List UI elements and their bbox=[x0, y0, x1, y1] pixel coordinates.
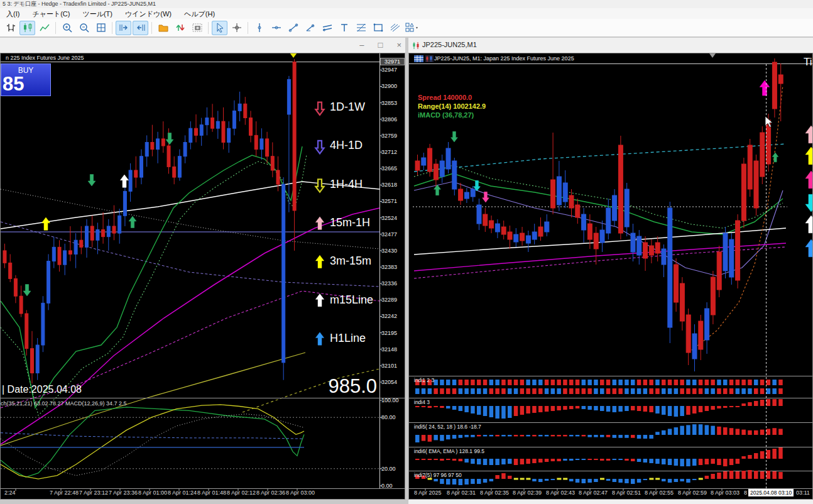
stoch-indicator-label: ch(35,21,21) 63.02 78.27 MACD(12,26,9) 3… bbox=[1, 400, 127, 407]
signal-arrow bbox=[315, 141, 324, 153]
menu-item[interactable]: ヘルプ(H) bbox=[178, 8, 221, 19]
menu-item[interactable]: 入(I) bbox=[0, 8, 26, 19]
legend-label-H1Line: H1Line bbox=[330, 332, 366, 345]
cursor-button[interactable] bbox=[212, 21, 227, 35]
channel-button[interactable] bbox=[319, 21, 335, 35]
fibonacci-button[interactable] bbox=[353, 21, 369, 35]
right-window-titlebar[interactable]: JP225-JUN25,M1 bbox=[408, 38, 813, 53]
signal-arrow bbox=[129, 216, 136, 228]
price-tick: 32618 bbox=[381, 182, 397, 188]
left-chart-title: n 225 Index Futures June 2025 bbox=[6, 55, 84, 61]
shift-end-button[interactable] bbox=[116, 21, 131, 35]
menu-item[interactable]: チャート(C) bbox=[26, 8, 76, 19]
right-chart-area[interactable]: JP225-JUN25, M1: Japan 225 Index Futures… bbox=[408, 53, 813, 500]
stoch-scale-tick: 100.00 bbox=[381, 397, 399, 403]
time-label: 8 Apr 03:03 bbox=[711, 490, 739, 496]
panel-label: indi6( EMA, EMA ) 128.1 99.5 bbox=[414, 448, 484, 454]
signal-arrow bbox=[166, 133, 173, 145]
pitchfork-button[interactable] bbox=[387, 21, 403, 35]
candlestick-button[interactable] bbox=[19, 21, 35, 35]
menu-item[interactable]: ツール(T) bbox=[76, 8, 119, 19]
left-chart-canvas bbox=[1, 53, 405, 499]
time-label: 8 Apr 02:39 bbox=[513, 490, 542, 496]
shapes-dropdown-button[interactable] bbox=[404, 21, 420, 35]
range-label: Range(14) 1002142.9 bbox=[418, 102, 486, 110]
time-label: 7 Apr 23:12 bbox=[79, 490, 108, 496]
camera-button[interactable] bbox=[189, 21, 205, 35]
signal-arrow bbox=[315, 332, 324, 345]
price-tick: 32383 bbox=[381, 264, 397, 270]
chart-window-icon bbox=[412, 41, 421, 52]
toolbar-separator bbox=[208, 22, 209, 34]
toolbar-separator bbox=[248, 22, 248, 34]
panel-label: indi5( 24, 52, 18 ) 18.6 -18.7 bbox=[414, 424, 481, 430]
price-tick: 32806 bbox=[381, 116, 397, 123]
price-tick: 32054 bbox=[381, 379, 397, 385]
price-tick: 32289 bbox=[381, 297, 397, 303]
rectangle-button[interactable] bbox=[370, 21, 386, 35]
minimize-button[interactable]: – bbox=[359, 39, 364, 52]
signal-arrow bbox=[805, 126, 812, 143]
toolbar-separator bbox=[55, 22, 56, 34]
buy-button[interactable]: BUY 85 bbox=[1, 63, 51, 96]
indicators-button[interactable] bbox=[172, 21, 188, 35]
shift-marker-icon bbox=[709, 53, 716, 58]
zoom-in-button[interactable] bbox=[59, 21, 75, 35]
legend-label-1H-4H: 1H-4H bbox=[330, 178, 363, 191]
price-tick: 32947 bbox=[381, 67, 397, 73]
menu-bar: 入(I)チャート(C)ツール(T)ウインドウ(W)ヘルプ(H) bbox=[0, 8, 813, 19]
trend-angle-button[interactable] bbox=[302, 21, 318, 35]
menu-item[interactable]: ウインドウ(W) bbox=[119, 8, 178, 19]
time-label: 8 Apr 02:43 bbox=[546, 490, 575, 496]
right-chart-header: JP225-JUN25, M1: Japan 225 Index Futures… bbox=[434, 55, 574, 62]
horizontal-line-button[interactable] bbox=[268, 21, 284, 35]
close-button[interactable]: × bbox=[396, 39, 401, 52]
crosshair-button[interactable] bbox=[229, 21, 244, 35]
price-tick: 32712 bbox=[381, 149, 397, 155]
time-label: 8 Apr 02:55 bbox=[645, 490, 674, 496]
date-label: | Date:2025.04.08 bbox=[2, 384, 82, 395]
zoom-out-button[interactable] bbox=[76, 21, 92, 35]
ohlc-bars-button[interactable] bbox=[3, 21, 18, 35]
right-window-title: JP225-JUN25,M1 bbox=[422, 41, 477, 48]
vertical-line-button[interactable] bbox=[251, 21, 267, 35]
legend-label-m15Line: m15Line bbox=[330, 293, 373, 307]
time-word-label: Tim bbox=[804, 56, 813, 68]
panel-label: indi7(5) 97 96 97 50 bbox=[414, 472, 462, 478]
signal-arrow bbox=[120, 175, 128, 187]
spread-label: Spread 140000.0 bbox=[418, 94, 472, 101]
signal-arrow bbox=[805, 194, 812, 212]
time-label: 8 Apr 01:24 bbox=[168, 490, 197, 496]
line-chart-button[interactable] bbox=[36, 21, 52, 35]
left-chart-area[interactable]: n 225 Index Futures June 2025 BUY 85 985… bbox=[0, 53, 405, 500]
price-tick: 32524 bbox=[381, 215, 397, 221]
stoch-scale-tick: 0.00 bbox=[381, 483, 393, 489]
templates-button[interactable] bbox=[155, 21, 171, 35]
time-label: 8 Apr 02:36 bbox=[256, 490, 285, 496]
signal-arrow bbox=[41, 217, 50, 230]
price-tick: 32195 bbox=[381, 330, 397, 336]
chart-shift-button[interactable] bbox=[133, 21, 148, 35]
maximize-button[interactable]: □ bbox=[378, 39, 383, 52]
price-tick: 32242 bbox=[381, 313, 397, 319]
left-window-titlebar[interactable]: – □ × bbox=[0, 38, 405, 53]
time-label: 8 Apr 02:59 bbox=[678, 490, 707, 496]
signal-arrow bbox=[772, 153, 778, 162]
stoch-scale-tick: 80.00 bbox=[381, 414, 396, 420]
price-tick: 32665 bbox=[381, 165, 397, 172]
signal-arrow bbox=[805, 147, 812, 165]
text-button[interactable] bbox=[336, 21, 352, 35]
trendline-button[interactable] bbox=[285, 21, 301, 35]
signal-arrow bbox=[451, 131, 458, 142]
legend-label-15m-1H: 15m-1H bbox=[330, 216, 370, 229]
grid-button[interactable] bbox=[93, 21, 109, 35]
signal-arrow bbox=[760, 80, 770, 96]
signal-arrow bbox=[315, 179, 324, 192]
time-label: 7 Apr 23:36 bbox=[109, 490, 138, 496]
time-label: 8 Apr 02:35 bbox=[480, 490, 509, 496]
price-tick: 32759 bbox=[381, 133, 397, 139]
right-chart-window: JP225-JUN25,M1 JP225-JUN25, M1: Japan 22… bbox=[408, 38, 813, 504]
time-label: 8 Apr 02:31 bbox=[447, 490, 476, 496]
time-label: 8 Apr 02:47 bbox=[579, 490, 608, 496]
signal-arrow bbox=[434, 185, 441, 195]
